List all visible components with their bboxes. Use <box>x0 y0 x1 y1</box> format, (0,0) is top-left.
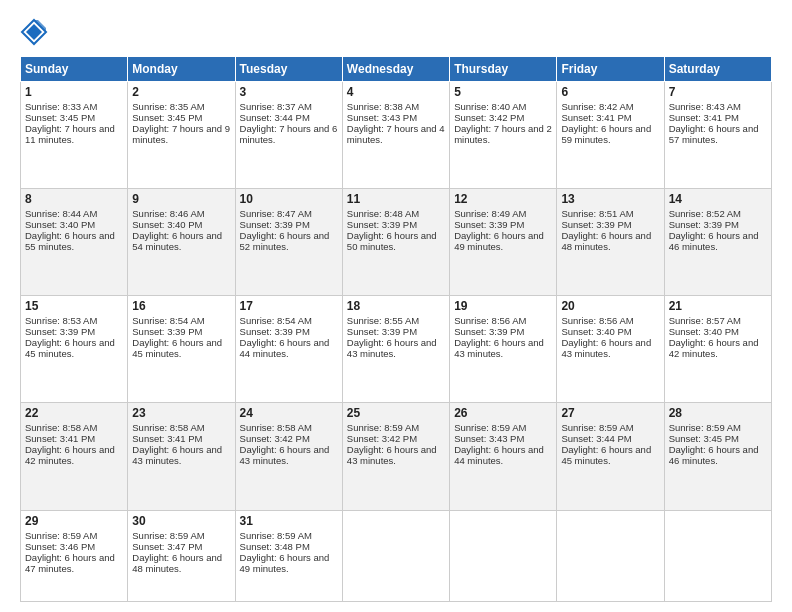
table-row: 30 Sunrise: 8:59 AM Sunset: 3:47 PM Dayl… <box>128 510 235 602</box>
sunrise-text: Sunrise: 8:51 AM <box>561 208 633 219</box>
day-number: 10 <box>240 192 338 206</box>
sunset-text: Sunset: 3:40 PM <box>669 326 739 337</box>
day-number: 20 <box>561 299 659 313</box>
daylight-text: Daylight: 6 hours and 48 minutes. <box>132 552 222 574</box>
daylight-text: Daylight: 6 hours and 49 minutes. <box>240 552 330 574</box>
day-number: 23 <box>132 406 230 420</box>
sunrise-text: Sunrise: 8:33 AM <box>25 101 97 112</box>
calendar-week-row: 1 Sunrise: 8:33 AM Sunset: 3:45 PM Dayli… <box>21 82 772 189</box>
table-row: 18 Sunrise: 8:55 AM Sunset: 3:39 PM Dayl… <box>342 296 449 403</box>
daylight-text: Daylight: 6 hours and 47 minutes. <box>25 552 115 574</box>
day-number: 22 <box>25 406 123 420</box>
daylight-text: Daylight: 6 hours and 45 minutes. <box>132 337 222 359</box>
daylight-text: Daylight: 6 hours and 59 minutes. <box>561 123 651 145</box>
table-row: 14 Sunrise: 8:52 AM Sunset: 3:39 PM Dayl… <box>664 189 771 296</box>
sunrise-text: Sunrise: 8:59 AM <box>25 530 97 541</box>
day-number: 11 <box>347 192 445 206</box>
table-row: 15 Sunrise: 8:53 AM Sunset: 3:39 PM Dayl… <box>21 296 128 403</box>
sunset-text: Sunset: 3:39 PM <box>240 326 310 337</box>
day-number: 17 <box>240 299 338 313</box>
table-row <box>342 510 449 602</box>
sunrise-text: Sunrise: 8:42 AM <box>561 101 633 112</box>
day-number: 16 <box>132 299 230 313</box>
table-row: 16 Sunrise: 8:54 AM Sunset: 3:39 PM Dayl… <box>128 296 235 403</box>
daylight-text: Daylight: 6 hours and 43 minutes. <box>240 444 330 466</box>
calendar-week-row: 29 Sunrise: 8:59 AM Sunset: 3:46 PM Dayl… <box>21 510 772 602</box>
day-number: 28 <box>669 406 767 420</box>
table-row: 22 Sunrise: 8:58 AM Sunset: 3:41 PM Dayl… <box>21 403 128 510</box>
sunset-text: Sunset: 3:40 PM <box>132 219 202 230</box>
table-row: 21 Sunrise: 8:57 AM Sunset: 3:40 PM Dayl… <box>664 296 771 403</box>
daylight-text: Daylight: 6 hours and 42 minutes. <box>669 337 759 359</box>
table-row: 12 Sunrise: 8:49 AM Sunset: 3:39 PM Dayl… <box>450 189 557 296</box>
table-row: 7 Sunrise: 8:43 AM Sunset: 3:41 PM Dayli… <box>664 82 771 189</box>
sunset-text: Sunset: 3:39 PM <box>454 326 524 337</box>
day-number: 29 <box>25 514 123 528</box>
sunset-text: Sunset: 3:43 PM <box>454 433 524 444</box>
daylight-text: Daylight: 6 hours and 43 minutes. <box>347 337 437 359</box>
sunrise-text: Sunrise: 8:43 AM <box>669 101 741 112</box>
day-number: 9 <box>132 192 230 206</box>
table-row: 10 Sunrise: 8:47 AM Sunset: 3:39 PM Dayl… <box>235 189 342 296</box>
table-row: 19 Sunrise: 8:56 AM Sunset: 3:39 PM Dayl… <box>450 296 557 403</box>
calendar-table: Sunday Monday Tuesday Wednesday Thursday… <box>20 56 772 602</box>
table-row <box>557 510 664 602</box>
sunrise-text: Sunrise: 8:35 AM <box>132 101 204 112</box>
daylight-text: Daylight: 7 hours and 6 minutes. <box>240 123 338 145</box>
sunset-text: Sunset: 3:39 PM <box>561 219 631 230</box>
sunrise-text: Sunrise: 8:48 AM <box>347 208 419 219</box>
sunset-text: Sunset: 3:48 PM <box>240 541 310 552</box>
col-thursday: Thursday <box>450 57 557 82</box>
day-number: 8 <box>25 192 123 206</box>
sunset-text: Sunset: 3:44 PM <box>561 433 631 444</box>
day-number: 12 <box>454 192 552 206</box>
sunrise-text: Sunrise: 8:57 AM <box>669 315 741 326</box>
sunset-text: Sunset: 3:39 PM <box>454 219 524 230</box>
day-number: 15 <box>25 299 123 313</box>
daylight-text: Daylight: 7 hours and 11 minutes. <box>25 123 115 145</box>
sunrise-text: Sunrise: 8:49 AM <box>454 208 526 219</box>
daylight-text: Daylight: 6 hours and 57 minutes. <box>669 123 759 145</box>
day-number: 4 <box>347 85 445 99</box>
daylight-text: Daylight: 6 hours and 54 minutes. <box>132 230 222 252</box>
day-number: 3 <box>240 85 338 99</box>
sunset-text: Sunset: 3:39 PM <box>669 219 739 230</box>
daylight-text: Daylight: 6 hours and 49 minutes. <box>454 230 544 252</box>
day-number: 21 <box>669 299 767 313</box>
table-row: 25 Sunrise: 8:59 AM Sunset: 3:42 PM Dayl… <box>342 403 449 510</box>
sunset-text: Sunset: 3:41 PM <box>669 112 739 123</box>
table-row: 3 Sunrise: 8:37 AM Sunset: 3:44 PM Dayli… <box>235 82 342 189</box>
sunset-text: Sunset: 3:39 PM <box>132 326 202 337</box>
day-number: 19 <box>454 299 552 313</box>
calendar-header-row: Sunday Monday Tuesday Wednesday Thursday… <box>21 57 772 82</box>
sunset-text: Sunset: 3:40 PM <box>25 219 95 230</box>
sunrise-text: Sunrise: 8:54 AM <box>132 315 204 326</box>
table-row: 27 Sunrise: 8:59 AM Sunset: 3:44 PM Dayl… <box>557 403 664 510</box>
daylight-text: Daylight: 6 hours and 43 minutes. <box>454 337 544 359</box>
table-row: 9 Sunrise: 8:46 AM Sunset: 3:40 PM Dayli… <box>128 189 235 296</box>
table-row: 23 Sunrise: 8:58 AM Sunset: 3:41 PM Dayl… <box>128 403 235 510</box>
sunrise-text: Sunrise: 8:56 AM <box>454 315 526 326</box>
sunrise-text: Sunrise: 8:46 AM <box>132 208 204 219</box>
sunset-text: Sunset: 3:41 PM <box>132 433 202 444</box>
table-row <box>664 510 771 602</box>
day-number: 24 <box>240 406 338 420</box>
sunset-text: Sunset: 3:41 PM <box>25 433 95 444</box>
sunrise-text: Sunrise: 8:59 AM <box>454 422 526 433</box>
sunrise-text: Sunrise: 8:58 AM <box>25 422 97 433</box>
daylight-text: Daylight: 6 hours and 44 minutes. <box>240 337 330 359</box>
col-tuesday: Tuesday <box>235 57 342 82</box>
col-saturday: Saturday <box>664 57 771 82</box>
table-row: 17 Sunrise: 8:54 AM Sunset: 3:39 PM Dayl… <box>235 296 342 403</box>
sunrise-text: Sunrise: 8:59 AM <box>132 530 204 541</box>
day-number: 14 <box>669 192 767 206</box>
table-row: 8 Sunrise: 8:44 AM Sunset: 3:40 PM Dayli… <box>21 189 128 296</box>
table-row <box>450 510 557 602</box>
sunset-text: Sunset: 3:43 PM <box>347 112 417 123</box>
day-number: 5 <box>454 85 552 99</box>
sunrise-text: Sunrise: 8:58 AM <box>240 422 312 433</box>
daylight-text: Daylight: 7 hours and 2 minutes. <box>454 123 552 145</box>
day-number: 25 <box>347 406 445 420</box>
sunset-text: Sunset: 3:39 PM <box>25 326 95 337</box>
sunrise-text: Sunrise: 8:55 AM <box>347 315 419 326</box>
